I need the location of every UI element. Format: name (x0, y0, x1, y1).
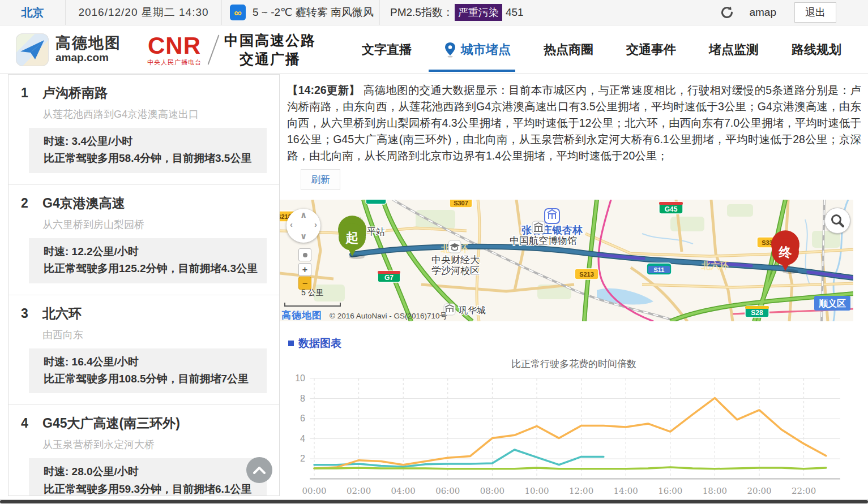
road-delay: 比正常驾驶多用125.2分钟，目前拥堵4.3公里 (44, 260, 260, 277)
poi-label-university-1: 中央财经大 (431, 255, 480, 265)
section-bullet-icon (288, 341, 294, 346)
map-scale-label: 5 公里 (301, 288, 324, 298)
tab-text-live[interactable]: 文字直播 (362, 25, 412, 74)
road-delay: 比正常驾驶多用59.3分钟，目前拥堵6.1公里 (44, 481, 260, 496)
top-status-bar: 北京 2016/12/20 星期二 14:30 ∞ 5 ~ -2℃ 霾转雾 南风… (0, 0, 868, 25)
amap-logo (16, 33, 49, 66)
map-canvas: 北六环 北六环 S218 S307 G45 (280, 200, 853, 321)
amap-name-en: amap.com (55, 52, 121, 64)
city-selector[interactable]: 北京 (0, 5, 65, 20)
station-line2: 交通广播 (224, 50, 316, 68)
x-tick-label: 14:00 (614, 486, 638, 496)
chart-canvas: 246810 (280, 374, 852, 484)
university-icon (448, 240, 461, 253)
svg-text:G7: G7 (384, 274, 394, 282)
ginkgo-park-icon (545, 209, 559, 223)
svg-text:S307: S307 (454, 200, 468, 206)
pan-down-icon[interactable]: ∨ (300, 231, 307, 242)
svg-text:2: 2 (300, 454, 305, 463)
road-desc: 从莲花池西路到G4京港澳高速出口 (42, 107, 267, 121)
svg-text:4: 4 (300, 434, 305, 443)
svg-text:8: 8 (300, 394, 305, 403)
main-nav: 文字直播 城市堵点 热点商圈 交通事件 堵点监测 路线规划 (345, 25, 858, 74)
road-shield-cut (366, 200, 386, 204)
pan-left-icon[interactable]: ‹ (290, 219, 293, 229)
route-map[interactable]: 北六环 北六环 S218 S307 G45 (280, 200, 853, 321)
road-list-item[interactable]: 4G45大广高速(南三环外) 从玉泉营桥到永定河大桥 时速: 28.0公里/小时… (8, 405, 279, 496)
tab-city-congestion[interactable]: 城市堵点 (444, 25, 511, 74)
bulletin-timestamp: 【14:26更新】 (287, 84, 360, 96)
refresh-icon[interactable] (720, 5, 734, 20)
chart-x-axis-labels: 00:0002:0004:0006:0008:0010:0012:0014:00… (280, 486, 852, 497)
tab-hot-business[interactable]: 热点商圈 (544, 25, 593, 74)
x-tick-label: 04:00 (391, 486, 416, 496)
pan-right-icon[interactable]: › (314, 219, 317, 229)
svg-text:S28: S28 (751, 309, 763, 317)
divider (205, 33, 222, 67)
cnr-logo: CNR 中央人民广播电台 (147, 34, 202, 66)
account-name[interactable]: amap (749, 6, 776, 19)
road-shield-g7: G7 (378, 271, 400, 282)
svg-text:顺义区: 顺义区 (818, 299, 846, 308)
cnr-subtitle: 中央人民广播电台 (147, 59, 202, 66)
scrollbar-thumb[interactable] (0, 500, 868, 503)
poi-label-ginkgo: 张各庄银杏林 (521, 225, 583, 236)
logout-button[interactable]: 退出 (794, 2, 836, 23)
road-rank: 1 (21, 85, 42, 101)
x-tick-label: 00:00 (302, 486, 326, 496)
pan-up-icon[interactable]: ∧ (300, 210, 307, 220)
poi-label-university-2: 学沙河校区 (431, 265, 480, 276)
map-locate-button[interactable] (298, 248, 311, 261)
svg-text:S11: S11 (654, 266, 665, 273)
road-name: G4京港澳高速 (42, 196, 125, 210)
horizontal-scrollbar[interactable] (0, 499, 868, 504)
x-tick-label: 08:00 (480, 486, 504, 496)
x-tick-label: 20:00 (747, 486, 771, 496)
road-list-item[interactable]: 3北六环 由西向东 时速: 16.4公里/小时比正常驾驶多用108.5分钟，目前… (8, 295, 279, 406)
map-pan-control[interactable]: ∧ ∨ ‹ › (287, 209, 320, 243)
tab-traffic-events[interactable]: 交通事件 (626, 25, 676, 74)
traffic-bulletin-text: 【14:26更新】 高德地图的交通大数据显示：目前本市城区内，与正常速度相比，行… (287, 82, 861, 164)
svg-text:G45: G45 (665, 205, 678, 213)
svg-text:6: 6 (300, 413, 305, 423)
svg-text:S213: S213 (579, 271, 594, 278)
x-tick-label: 06:00 (435, 486, 460, 496)
radio-station-name: 中国高速公路 交通广播 (224, 31, 316, 68)
station-line1: 中国高速公路 (224, 31, 316, 50)
amap-wordmark: 高德地图 amap.com (55, 35, 121, 64)
bulletin-body: 高德地图的交通大数据显示：目前本市城区内，与正常速度相比，行驶相对缓慢的5条道路… (287, 84, 861, 162)
chevron-up-icon (253, 466, 266, 474)
road-desc: 从六里桥到房山梨园桥 (42, 218, 267, 231)
chart-section-header: 数据图表 (288, 336, 868, 351)
page-header: 高德地图 amap.com CNR 中央人民广播电台 中国高速公路 交通广播 文… (0, 25, 868, 74)
main-panel: 【14:26更新】 高德地图的交通大数据显示：目前本市城区内，与正常速度相比，行… (280, 74, 868, 496)
road-speed: 时速: 16.4公里/小时 (44, 354, 260, 371)
map-zoom-in-button[interactable]: + (298, 263, 311, 276)
tab-route-planning[interactable]: 路线规划 (792, 25, 841, 74)
map-search-button[interactable] (824, 208, 850, 234)
poi-label-museum: 中国航空博物馆 (510, 235, 577, 246)
x-tick-label: 12:00 (569, 486, 593, 496)
museum-icon (532, 221, 545, 234)
road-shield-s213: S213 (575, 269, 598, 279)
magnifier-icon (830, 213, 845, 228)
svg-text:起: 起 (345, 230, 359, 245)
road-rank: 4 (21, 416, 42, 431)
road-list-item[interactable]: 2G4京港澳高速 从六里桥到房山梨园桥 时速: 12.2公里/小时比正常驾驶多用… (8, 185, 279, 295)
refresh-button[interactable]: 刷新 (301, 169, 340, 190)
x-tick-label: 16:00 (658, 486, 682, 496)
road-speed: 时速: 12.2公里/小时 (44, 243, 260, 260)
route-name-label: 北六环 (701, 261, 729, 270)
road-desc: 由西向东 (42, 328, 267, 342)
x-tick-label: 10:00 (524, 486, 549, 496)
road-list-item[interactable]: 1卢沟桥南路 从莲花池西路到G4京港澳高速出口 时速: 3.4公里/小时比正常驾… (8, 75, 279, 185)
scroll-to-top-button[interactable] (246, 457, 272, 483)
x-tick-label: 18:00 (703, 486, 727, 496)
chart-section-title: 数据图表 (298, 336, 341, 351)
svg-text:10: 10 (295, 374, 305, 383)
map-attribution: © 2016 AutoNavi - GS(2016)710号 (330, 311, 447, 321)
x-tick-label: 22:00 (792, 486, 816, 496)
fog-haze-icon: ∞ (230, 5, 246, 20)
tab-congestion-monitor[interactable]: 堵点监测 (709, 25, 759, 74)
road-delay: 比正常驾驶多用58.4分钟，目前拥堵3.5公里 (44, 150, 260, 167)
